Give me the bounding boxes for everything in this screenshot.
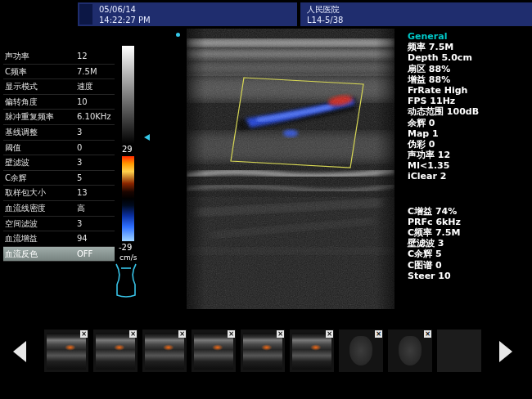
- thumbnail-probe-image: [349, 336, 372, 365]
- param-label: 血流线密度: [5, 201, 77, 216]
- thumbnail-close-button[interactable]: ×: [326, 330, 333, 338]
- param-label: 血流反色: [5, 247, 77, 262]
- filmstrip-prev-arrow[interactable]: [13, 341, 26, 362]
- param-value: 94: [77, 231, 113, 246]
- thumbnail-5[interactable]: ×: [290, 330, 334, 372]
- param-label: 显示模式: [5, 79, 77, 94]
- color-mode-line-0: C增益 74%: [408, 206, 530, 217]
- top-bar-datetime-panel: 05/06/14 14:22:27 PM: [78, 2, 297, 26]
- param-value: 速度: [77, 79, 113, 94]
- param-row-11[interactable]: 空间滤波3: [3, 217, 115, 232]
- thumbnail-4[interactable]: ×: [241, 330, 285, 372]
- param-value: 13: [77, 186, 113, 200]
- thumbnail-scan-image: [292, 333, 331, 370]
- thumbnail-close-button[interactable]: ×: [129, 330, 137, 338]
- grayscale-bar: [122, 46, 134, 144]
- param-value: 高: [77, 201, 113, 216]
- param-value: 6.10KHz: [77, 110, 113, 124]
- b-mode-line-11: MI<1.35: [408, 160, 530, 171]
- param-label: 壁滤波: [5, 155, 77, 170]
- filmstrip-next-arrow[interactable]: [499, 341, 512, 362]
- velocity-unit-label: cm/s: [119, 253, 137, 262]
- orientation-marker-icon: [176, 33, 180, 37]
- thumbnail-6[interactable]: ×: [339, 330, 383, 372]
- thumbnail-1[interactable]: ×: [93, 330, 138, 372]
- ultrasound-image-area[interactable]: [187, 29, 394, 309]
- thumbnail-close-button[interactable]: ×: [80, 330, 88, 338]
- velocity-min-label: -29: [119, 243, 132, 252]
- probe-model: L14-5/38: [307, 15, 343, 25]
- thumbnail-close-button[interactable]: ×: [228, 330, 235, 338]
- ultrasound-system-screen: 05/06/14 14:22:27 PM 人民医院 L14-5/38 声功率12…: [0, 0, 532, 399]
- param-row-3[interactable]: 偏转角度10: [3, 95, 115, 110]
- b-mode-line-0: 频率 7.5M: [408, 42, 530, 52]
- param-value: 3: [77, 125, 113, 140]
- param-label: 阈值: [5, 141, 77, 155]
- param-value: 12: [77, 49, 113, 64]
- thumbnail-close-button[interactable]: ×: [424, 330, 431, 338]
- thumbnail-scan-image: [96, 333, 135, 370]
- system-time: 14:22:27 PM: [99, 15, 151, 25]
- thumbnail-probe-image: [399, 336, 422, 365]
- color-mode-line-2: C频率 7.5M: [408, 227, 530, 238]
- b-mode-line-4: FrRate High: [408, 85, 530, 96]
- color-mode-line-5: C图谱 0: [408, 260, 530, 271]
- b-mode-line-5: FPS 11Hz: [408, 96, 530, 106]
- top-bar-hospital-panel: 人民医院 L14-5/38: [300, 2, 532, 26]
- param-row-4[interactable]: 脉冲重复频率6.10KHz: [3, 110, 115, 125]
- thumbnail-7[interactable]: ×: [388, 330, 432, 372]
- thumbnail-8[interactable]: [437, 330, 481, 372]
- param-value: 7.5M: [77, 65, 113, 79]
- exam-preset-label: General: [408, 31, 530, 42]
- param-value: 0: [77, 141, 113, 155]
- body-marker-icon: [111, 262, 141, 299]
- b-mode-line-1: Depth 5.0cm: [408, 52, 530, 63]
- param-row-9[interactable]: 取样包大小13: [3, 186, 115, 201]
- color-mode-line-4: C余辉 5: [408, 249, 530, 259]
- param-row-12[interactable]: 血流增益94: [3, 231, 115, 247]
- b-mode-line-2: 扇区 88%: [408, 64, 530, 74]
- b-mode-line-12: iClear 2: [408, 171, 530, 182]
- velocity-max-label: 29: [122, 145, 133, 154]
- param-row-10[interactable]: 血流线密度高: [3, 201, 115, 217]
- doppler-colorbar: [122, 156, 134, 241]
- thumbnail-2[interactable]: ×: [142, 330, 187, 372]
- param-row-8[interactable]: C余辉5: [3, 171, 115, 186]
- param-label: C频率: [5, 65, 77, 79]
- param-value: 3: [77, 155, 113, 170]
- param-row-2[interactable]: 显示模式速度: [3, 79, 115, 95]
- param-label: 空间滤波: [5, 217, 77, 231]
- param-row-0[interactable]: 声功率12: [3, 49, 115, 65]
- thumbnail-3[interactable]: ×: [192, 330, 236, 372]
- param-value: OFF: [77, 247, 113, 262]
- thumbnail-scan-image: [145, 333, 184, 370]
- param-label: 声功率: [5, 49, 77, 64]
- thumbnail-close-button[interactable]: ×: [277, 330, 284, 338]
- param-row-5[interactable]: 基线调整3: [3, 125, 115, 141]
- param-label: C余辉: [5, 171, 77, 186]
- color-mode-line-6: Steer 10: [408, 271, 530, 281]
- thumbnail-close-button[interactable]: ×: [178, 330, 186, 338]
- param-row-6[interactable]: 阈值0: [3, 141, 115, 156]
- param-value: 5: [77, 171, 113, 186]
- param-row-1[interactable]: C频率7.5M: [3, 65, 115, 80]
- image-info-panel: General 频率 7.5MDepth 5.0cm扇区 88%增益 88%Fr…: [408, 31, 530, 281]
- thumbnail-0[interactable]: ×: [44, 330, 88, 372]
- hospital-name: 人民医院: [307, 4, 343, 15]
- b-mode-line-10: 声功率 12: [408, 150, 530, 160]
- b-mode-info-block: 频率 7.5MDepth 5.0cm扇区 88%增益 88%FrRate Hig…: [408, 42, 530, 182]
- b-mode-line-8: Map 1: [408, 128, 530, 139]
- b-mode-line-3: 增益 88%: [408, 74, 530, 85]
- param-label: 基线调整: [5, 125, 77, 140]
- ultrasound-image: [187, 29, 394, 309]
- param-row-7[interactable]: 壁滤波3: [3, 155, 115, 171]
- thumbnail-scan-image: [194, 333, 233, 370]
- b-mode-line-6: 动态范围 100dB: [408, 106, 530, 117]
- param-row-13[interactable]: 血流反色OFF: [3, 247, 115, 262]
- color-mode-line-3: 壁滤波 3: [408, 238, 530, 249]
- thumbnail-close-button[interactable]: ×: [375, 330, 382, 338]
- color-mode-line-1: PRFc 6kHz: [408, 217, 530, 227]
- param-value: 3: [77, 217, 113, 231]
- param-label: 脉冲重复频率: [5, 110, 77, 124]
- system-date: 05/06/14: [99, 4, 151, 15]
